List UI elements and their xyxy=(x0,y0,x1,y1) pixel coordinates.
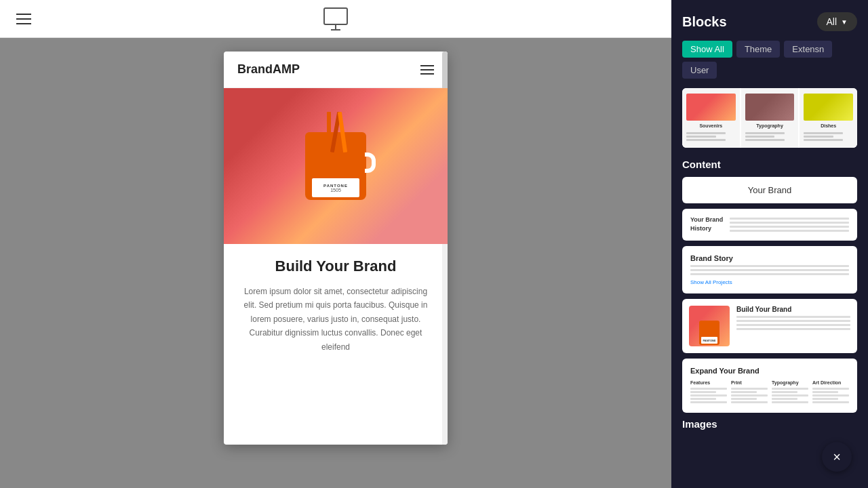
your-brand-text: Your Brand xyxy=(690,185,849,195)
eb-line xyxy=(812,388,849,390)
eb-line xyxy=(731,401,768,403)
build-brand-content: Build Your Brand xyxy=(736,306,850,346)
monitor-icon xyxy=(323,7,348,30)
images-section-label: Images xyxy=(682,418,857,430)
sidebar-title: Blocks xyxy=(682,14,727,30)
thumb-img-orange xyxy=(686,94,736,121)
bs-line xyxy=(690,265,849,267)
cup-handle xyxy=(365,152,376,173)
your-brand-card[interactable]: Your Brand xyxy=(682,177,857,203)
eb-col-header-print: Print xyxy=(731,380,768,385)
mobile-menu-icon[interactable] xyxy=(420,65,434,75)
eb-line xyxy=(690,388,727,390)
thumb-img-brown xyxy=(745,94,795,121)
thumb-line xyxy=(745,139,785,141)
thumbnail-preview-card[interactable]: Souvenirs Typography xyxy=(682,88,857,148)
brand-history-lines xyxy=(730,216,849,234)
mobile-inner: BrandAMP xyxy=(224,52,448,445)
bb-line xyxy=(736,320,850,322)
eb-line xyxy=(690,401,727,403)
eb-line xyxy=(812,391,838,393)
thumb-souvenirs: Souvenirs xyxy=(682,88,740,148)
tab-show-all[interactable]: Show All xyxy=(682,41,732,58)
eb-line xyxy=(812,394,849,396)
top-bar xyxy=(0,0,671,38)
eb-col-typography: Typography xyxy=(772,380,808,405)
eb-line xyxy=(731,391,757,393)
pencils xyxy=(327,112,344,152)
sidebar-scrollable-content[interactable]: Souvenirs Typography xyxy=(671,88,868,488)
eb-line xyxy=(690,398,716,400)
brand-story-link[interactable]: Show All Projects xyxy=(690,279,849,285)
eb-line xyxy=(690,391,716,393)
eb-col-features: Features xyxy=(690,380,727,405)
build-brand-image: PANTONE xyxy=(689,306,730,346)
thumb-line xyxy=(804,136,833,138)
mobile-frame: BrandAMP xyxy=(224,52,448,445)
tab-extension[interactable]: Extensn xyxy=(784,41,832,58)
build-brand-title: Build Your Brand xyxy=(736,306,850,313)
filter-tabs: Show All Theme Extensn User xyxy=(671,41,868,88)
eb-line xyxy=(772,391,797,393)
bb-line xyxy=(736,328,850,330)
tab-user[interactable]: User xyxy=(682,62,717,79)
sidebar-header: Blocks All ▼ xyxy=(671,0,868,41)
expand-brand-card[interactable]: Expand Your Brand Features Print xyxy=(682,359,857,413)
brand-history-card[interactable]: Your BrandHistory xyxy=(682,209,857,241)
brand-story-card[interactable]: Brand Story Show All Projects xyxy=(682,246,857,293)
bh-line xyxy=(730,218,849,220)
thumb-text-lines-2 xyxy=(745,131,795,142)
pantone-label: PANTONE 1505 xyxy=(312,178,359,197)
eb-line xyxy=(731,394,768,396)
eb-col-header-art-direction: Art Direction xyxy=(812,380,849,385)
thumb-line xyxy=(686,136,716,138)
bh-line xyxy=(730,230,849,232)
thumb-label-typography: Typography xyxy=(756,123,783,128)
expand-brand-grid: Features Print Typography xyxy=(690,380,849,405)
eb-line xyxy=(731,398,757,400)
all-dropdown-button[interactable]: All ▼ xyxy=(817,12,857,31)
thumb-line xyxy=(804,132,843,134)
build-brand-card[interactable]: PANTONE Build Your Brand xyxy=(682,299,857,353)
all-dropdown-label: All xyxy=(827,16,837,27)
bh-line xyxy=(730,222,849,224)
pencil-3 xyxy=(338,112,347,152)
mobile-content: Build Your Brand Lorem ipsum dolor sit a… xyxy=(224,244,448,367)
thumb-label-dishes: Dishes xyxy=(821,123,836,128)
pantone-cup: PANTONE 1505 xyxy=(305,132,366,200)
thumb-label-souvenirs: Souvenirs xyxy=(699,123,722,128)
mobile-hero-title: Build Your Brand xyxy=(237,258,434,275)
content-section-label: Content xyxy=(682,159,857,170)
eb-line xyxy=(731,388,768,390)
mobile-logo: BrandAMP xyxy=(237,62,300,77)
thumb-text-lines-1 xyxy=(686,131,736,142)
hamburger-button[interactable] xyxy=(14,11,34,27)
eb-line xyxy=(772,398,797,400)
thumb-img-yellow xyxy=(804,94,853,121)
brand-history-label: Your BrandHistory xyxy=(690,216,723,234)
eb-line xyxy=(812,401,849,403)
thumb-line xyxy=(745,136,775,138)
expand-brand-title: Expand Your Brand xyxy=(690,367,849,375)
bs-line xyxy=(690,269,849,271)
chevron-down-icon: ▼ xyxy=(841,18,848,26)
eb-col-header-typography: Typography xyxy=(772,380,808,385)
thumb-dishes: Dishes xyxy=(800,88,857,148)
bs-line xyxy=(690,273,849,275)
eb-line xyxy=(690,394,727,396)
mobile-body-text: Lorem ipsum dolor sit amet, consectetur … xyxy=(237,285,434,354)
eb-col-header-features: Features xyxy=(690,380,727,385)
mobile-hero-image: PANTONE 1505 xyxy=(224,88,448,244)
thumb-row: Souvenirs Typography xyxy=(682,88,857,148)
tab-theme[interactable]: Theme xyxy=(736,41,780,58)
thumb-line xyxy=(745,132,785,134)
brand-story-lines xyxy=(690,265,849,275)
close-button[interactable]: × xyxy=(822,442,852,472)
thumb-line xyxy=(686,139,726,141)
sidebar: Blocks All ▼ Show All Theme Extensn User… xyxy=(671,0,868,488)
thumb-line xyxy=(686,132,726,134)
thumb-line xyxy=(804,139,843,141)
bb-line xyxy=(736,316,850,318)
brand-story-title: Brand Story xyxy=(690,254,849,262)
preview-area: BrandAMP xyxy=(0,38,671,488)
